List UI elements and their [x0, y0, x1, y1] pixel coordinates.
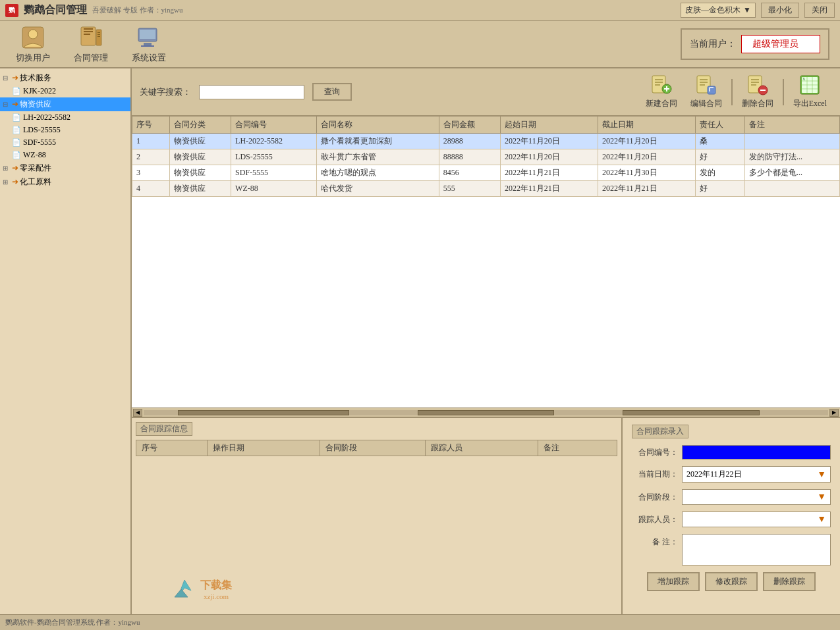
delete-contract-button[interactable]: 删除合同 — [737, 72, 779, 111]
edit-tracking-button[interactable]: 修改跟踪 — [705, 572, 758, 591]
table-row[interactable]: 1物资供应LH-2022-5582撒个看就看更加深刻289882022年11月2… — [132, 134, 840, 149]
label-wz-88: WZ-88 — [23, 150, 46, 160]
horizontal-scrollbar[interactable]: ◀ ▶ — [132, 407, 840, 417]
tracking-info-panel: 合同跟踪信息 序号 操作日期 合同阶段 跟踪人员 备注 — [132, 418, 623, 614]
scroll-right-btn[interactable]: ▶ — [829, 409, 839, 417]
svg-rect-6 — [96, 30, 101, 45]
sidebar-item-kjk-2022[interactable]: 📄 KJK-2022 — [0, 85, 130, 97]
main-area: ⊟ ➜ 技术服务 📄 KJK-2022 ⊟ ➜ 物资供应 📄 LH-2022-5… — [0, 68, 840, 614]
arrow-tech-service: ➜ — [12, 73, 18, 83]
col-header-enddate: 截止日期 — [598, 117, 696, 134]
sidebar-item-wz-88[interactable]: 📄 WZ-88 — [0, 149, 130, 161]
remark-row: 备 注： — [632, 534, 831, 565]
track-col-date: 操作日期 — [207, 440, 320, 456]
action-buttons: 新建合同 编辑合同 — [640, 72, 832, 111]
bottom-section: 合同跟踪信息 序号 操作日期 合同阶段 跟踪人员 备注 — [132, 417, 840, 614]
label-tech-service: 技术服务 — [20, 72, 51, 84]
stage-select[interactable]: ▼ — [682, 489, 831, 505]
delete-tracking-button[interactable]: 删除跟踪 — [763, 572, 816, 591]
toolbar-switch-user[interactable]: 切换用户 — [11, 22, 55, 66]
query-button[interactable]: 查询 — [312, 83, 352, 101]
delete-contract-icon — [747, 74, 768, 98]
label-chemicals: 化工原料 — [20, 176, 51, 188]
toggle-tech-service[interactable]: ⊟ — [3, 74, 12, 82]
current-date-display[interactable]: 2022年11月22日 ▼ — [682, 466, 831, 483]
sidebar-item-sdf-5555[interactable]: 📄 SDF-5555 — [0, 136, 130, 149]
svg-rect-13 — [141, 45, 154, 47]
title-subtitle: 吾爱破解 专版 作者：yingwu — [92, 5, 183, 15]
contract-number-row: 合同编号： — [632, 445, 831, 459]
svg-rect-9 — [98, 36, 100, 37]
col-header-name: 合同名称 — [317, 117, 439, 134]
person-select[interactable]: ▼ — [682, 512, 831, 527]
switch-user-label: 切换用户 — [16, 52, 50, 64]
remark-label: 备 注： — [632, 537, 678, 548]
svg-text:X: X — [802, 77, 806, 81]
tracking-entry-panel: 合同跟踪录入 合同编号： 当前日期： 2022年11月22日 ▼ 合同阶段： — [623, 418, 840, 614]
col-header-category: 合同分类 — [169, 117, 231, 134]
table-row[interactable]: 4物资供应WZ-88哈代发货5552022年11月21日2022年11月21日好 — [132, 181, 840, 197]
person-dropdown-icon: ▼ — [817, 514, 826, 525]
action-divider — [731, 79, 733, 105]
scroll-track[interactable] — [144, 410, 828, 415]
remark-input[interactable] — [682, 534, 831, 565]
export-excel-button[interactable]: X 导出Excel — [788, 72, 832, 111]
contract-number-input[interactable] — [682, 445, 831, 459]
doc-icon-wz: 📄 — [12, 151, 21, 159]
minimize-button[interactable]: 最小化 — [761, 3, 799, 18]
close-button[interactable]: 关闭 — [804, 3, 835, 18]
add-tracking-button[interactable]: 增加跟踪 — [647, 572, 700, 591]
sidebar-item-lh-2022-5582[interactable]: 📄 LH-2022-5582 — [0, 111, 130, 124]
table-row[interactable]: 2物资供应LDS-25555敢斗贯广东省管888882022年11月20日202… — [132, 149, 840, 165]
sidebar-item-tech-service[interactable]: ⊟ ➜ 技术服务 — [0, 71, 130, 85]
edit-contract-icon — [696, 74, 717, 98]
scroll-left-btn[interactable]: ◀ — [133, 409, 142, 417]
title-right: 皮肤—金色积木 ▼ 最小化 关闭 — [681, 3, 835, 18]
toolbar-contract-mgmt[interactable]: 合同管理 — [69, 22, 113, 66]
toolbar-system-settings[interactable]: 系统设置 — [126, 22, 171, 66]
new-contract-icon — [651, 74, 672, 98]
status-text: 鹦鹉软件-鹦鹉合同管理系统 作者：yingwu — [5, 617, 140, 627]
label-material-supply: 物资供应 — [20, 99, 51, 110]
search-label: 关键字搜索： — [140, 86, 191, 98]
skin-selector[interactable]: 皮肤—金色积木 ▼ — [681, 3, 756, 18]
toggle-parts[interactable]: ⊞ — [3, 165, 12, 172]
label-lds-25555: LDS-25555 — [23, 125, 61, 135]
toolbar: 切换用户 合同管理 系统设置 — [0, 21, 840, 68]
svg-rect-2 — [81, 27, 96, 45]
edit-contract-label: 编辑合同 — [690, 98, 722, 109]
title-left: 鹦 鹦鹉合同管理 吾爱破解 专版 作者：yingwu — [5, 3, 183, 17]
stage-dropdown-icon: ▼ — [817, 492, 826, 502]
track-col-seq: 序号 — [136, 440, 208, 456]
toggle-chemicals[interactable]: ⊞ — [3, 178, 12, 186]
entry-btn-row: 增加跟踪 修改跟踪 删除跟踪 — [632, 572, 831, 591]
new-contract-button[interactable]: 新建合同 — [640, 72, 683, 111]
skin-label: 皮肤—金色积木 — [685, 5, 741, 16]
person-label: 跟踪人员： — [632, 514, 678, 525]
sidebar-item-material-supply[interactable]: ⊟ ➜ 物资供应 — [0, 97, 130, 111]
svg-rect-7 — [98, 32, 100, 33]
toggle-material-supply[interactable]: ⊟ — [3, 101, 12, 108]
edit-contract-button[interactable]: 编辑合同 — [685, 72, 727, 111]
sidebar-item-parts[interactable]: ⊞ ➜ 零采配件 — [0, 161, 130, 175]
current-date-row: 当前日期： 2022年11月22日 ▼ — [632, 466, 831, 483]
scroll-thumb-3 — [623, 410, 760, 415]
doc-icon-kjk: 📄 — [12, 87, 21, 95]
contract-mgmt-label: 合同管理 — [74, 52, 108, 64]
contract-table-container[interactable]: 序号 合同分类 合同编号 合同名称 合同金额 起始日期 截止日期 责任人 备注 … — [132, 116, 840, 407]
label-parts: 零采配件 — [20, 163, 51, 174]
system-settings-label: 系统设置 — [132, 52, 166, 64]
col-header-seq: 序号 — [132, 117, 170, 134]
stage-row: 合同阶段： ▼ — [632, 489, 831, 505]
sidebar-item-chemicals[interactable]: ⊞ ➜ 化工原料 — [0, 175, 130, 189]
svg-rect-5 — [84, 34, 90, 35]
export-excel-label: 导出Excel — [793, 98, 827, 109]
skin-dropdown-icon: ▼ — [743, 5, 751, 15]
search-input[interactable] — [199, 85, 304, 99]
sidebar-item-lds-25555[interactable]: 📄 LDS-25555 — [0, 124, 130, 136]
table-row[interactable]: 3物资供应SDF-5555啥地方嗯的观点84562022年11月21日2022年… — [132, 165, 840, 181]
track-col-stage: 合同阶段 — [320, 440, 425, 456]
tracking-table: 序号 操作日期 合同阶段 跟踪人员 备注 — [136, 440, 617, 456]
svg-rect-3 — [84, 28, 93, 30]
col-header-person: 责任人 — [695, 117, 744, 134]
